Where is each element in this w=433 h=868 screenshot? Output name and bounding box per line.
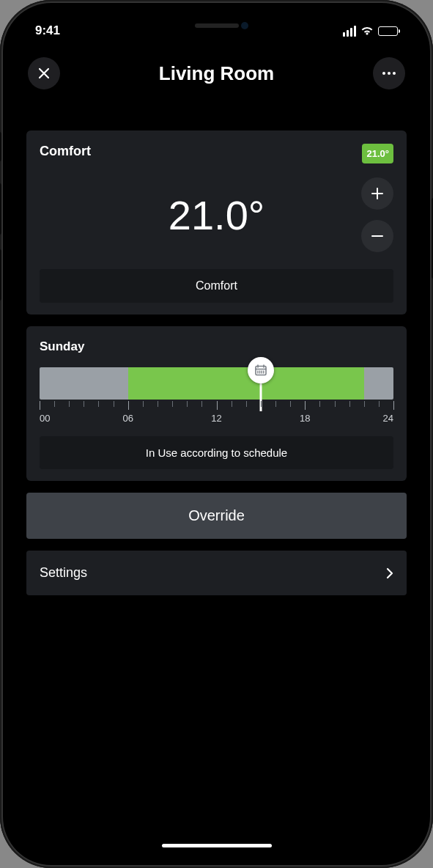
close-icon — [37, 67, 51, 80]
svg-point-1 — [388, 72, 391, 75]
schedule-segment-active — [128, 367, 364, 400]
minus-icon — [371, 229, 384, 243]
schedule-segment-inactive — [386, 367, 393, 400]
schedule-card: Sunday 0006121824 In Use according t — [26, 326, 407, 481]
settings-label: Settings — [40, 565, 87, 581]
target-temp-badge: 21.0° — [362, 144, 393, 163]
close-button[interactable] — [28, 57, 60, 89]
svg-rect-3 — [256, 367, 266, 375]
tick-label: 12 — [211, 413, 221, 424]
more-button[interactable] — [373, 57, 405, 89]
temp-increase-button[interactable] — [361, 177, 393, 210]
tick-label: 18 — [300, 413, 310, 424]
schedule-day-label: Sunday — [40, 339, 393, 354]
schedule-segment-inactive — [364, 367, 386, 400]
settings-row[interactable]: Settings — [26, 551, 407, 595]
schedule-segment-inactive — [48, 367, 128, 400]
tick-label: 06 — [123, 413, 133, 424]
more-horizontal-icon — [382, 71, 396, 76]
current-temp-value: 21.0° — [169, 191, 264, 239]
svg-point-0 — [382, 72, 385, 75]
tick-label: 00 — [40, 413, 50, 424]
schedule-marker[interactable] — [248, 357, 274, 383]
schedule-status: In Use according to schedule — [40, 436, 393, 469]
svg-point-2 — [393, 72, 396, 75]
override-button[interactable]: Override — [26, 493, 407, 539]
status-time: 9:41 — [35, 23, 60, 38]
cellular-signal-icon — [343, 26, 356, 37]
chevron-right-icon — [386, 567, 393, 579]
home-indicator[interactable] — [162, 844, 272, 847]
tick-label: 24 — [383, 413, 393, 424]
mode-label: Comfort — [40, 144, 91, 159]
device-notch — [140, 15, 294, 37]
battery-icon — [378, 26, 398, 36]
temperature-card: Comfort 21.0° 21.0° Comfort — [26, 130, 407, 315]
calendar-icon — [254, 364, 267, 377]
wifi-icon — [360, 26, 374, 36]
page-title: Living Room — [159, 62, 274, 85]
schedule-segment-inactive — [40, 367, 48, 400]
mode-selector-button[interactable]: Comfort — [40, 269, 393, 303]
temp-decrease-button[interactable] — [361, 220, 393, 252]
schedule-timeline[interactable]: 0006121824 — [32, 367, 401, 426]
plus-icon — [371, 187, 384, 200]
